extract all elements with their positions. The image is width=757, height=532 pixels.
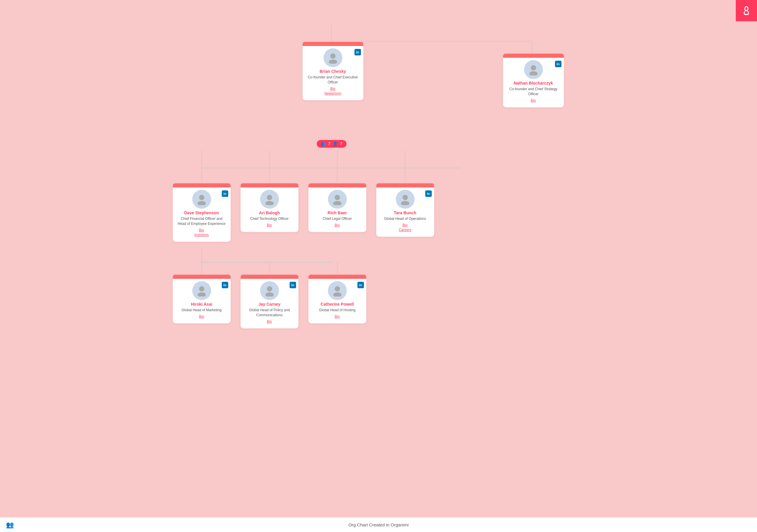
- tara-linkedin[interactable]: in: [425, 191, 432, 197]
- hiroki-avatar: [192, 281, 211, 300]
- tara-name: Tara Bunch: [380, 210, 430, 215]
- cso-top-bar: [503, 54, 564, 58]
- hiroki-card: in Hiroki Asai Global Head of Marketing …: [172, 274, 231, 324]
- jay-name: Jay Carney: [245, 302, 294, 307]
- tara-avatar: [396, 190, 415, 209]
- svg-point-22: [335, 195, 340, 200]
- jay-title: Global Head of Policy and Communications: [245, 308, 294, 318]
- svg-point-28: [267, 286, 272, 291]
- tara-bio-link[interactable]: Bio: [380, 223, 430, 227]
- dave-investors-link[interactable]: Investors: [177, 233, 227, 237]
- svg-point-31: [333, 292, 342, 297]
- tara-card: in Tara Bunch Global Head of Operations …: [376, 183, 435, 237]
- group-count: 7: [328, 141, 331, 146]
- ceo-title: Co-founder and Chief Executive Officer: [307, 75, 359, 85]
- airbnb-logo: [736, 0, 757, 21]
- ari-bio-link[interactable]: Bio: [245, 223, 294, 227]
- ceo-name: Brian Chesky: [307, 69, 359, 74]
- ceo-bio-link[interactable]: Bio: [307, 87, 359, 91]
- ceo-newsroom-link[interactable]: Newsroom: [307, 91, 359, 96]
- bottom-bar-text: Org Chart Created in Organimi: [348, 522, 409, 527]
- svg-point-27: [197, 292, 206, 297]
- ceo-linkedin[interactable]: in: [354, 49, 361, 55]
- svg-point-21: [265, 201, 274, 205]
- airbnb-icon: [741, 5, 752, 16]
- dave-card: in Dave Stephenson Chief Financial Offic…: [172, 183, 231, 242]
- svg-point-14: [330, 53, 336, 59]
- ceo-avatar: [323, 48, 342, 67]
- card-top-bar: [303, 42, 363, 46]
- svg-point-24: [403, 195, 408, 200]
- jay-linkedin[interactable]: in: [289, 282, 296, 288]
- svg-point-16: [531, 65, 536, 71]
- svg-point-19: [197, 201, 206, 205]
- cso-linkedin[interactable]: in: [555, 61, 561, 67]
- hiroki-linkedin[interactable]: in: [222, 282, 228, 288]
- catherine-name: Catherine Powell: [313, 302, 362, 307]
- ari-name: Ari Balogh: [245, 210, 294, 215]
- rich-avatar: [328, 190, 347, 209]
- catherine-avatar: [328, 281, 347, 300]
- jay-top-bar: [241, 275, 298, 279]
- svg-point-30: [335, 286, 340, 291]
- tara-careers-link[interactable]: Careers: [380, 228, 430, 232]
- hiroki-title: Global Head of Marketing: [177, 308, 227, 313]
- individual-count: 7: [340, 141, 342, 146]
- dave-title: Chief Financial Officer and Head of Empl…: [177, 216, 227, 226]
- jay-bio-link[interactable]: Bio: [245, 319, 294, 324]
- rich-top-bar: [309, 183, 366, 188]
- ari-avatar: [260, 190, 279, 209]
- chart-container: in Brian Chesky Co-founder and Chief Exe…: [0, 0, 757, 310]
- cso-bio-link[interactable]: Bio: [507, 99, 560, 103]
- tara-top-bar: [376, 183, 434, 188]
- catherine-title: Global Head of Hosting: [313, 308, 362, 313]
- hiroki-name: Hiroki Asai: [177, 302, 227, 307]
- cso-avatar: [524, 60, 543, 79]
- bottom-bar: 👥 Org Chart Created in Organimi: [0, 517, 757, 532]
- ceo-card: in Brian Chesky Co-founder and Chief Exe…: [302, 41, 364, 101]
- svg-point-18: [199, 195, 204, 200]
- dave-avatar: [192, 190, 211, 209]
- catherine-top-bar: [309, 275, 366, 279]
- group-icon: 👥: [321, 141, 326, 146]
- svg-point-25: [401, 201, 409, 205]
- cso-title: Co-founder and Chief Strategy Officer: [507, 87, 560, 97]
- dave-top-bar: [173, 183, 230, 188]
- full-chart: in Brian Chesky Co-founder and Chief Exe…: [172, 24, 585, 289]
- ari-top-bar: [241, 183, 298, 188]
- catherine-card: in Catherine Powell Global Head of Hosti…: [308, 274, 367, 324]
- svg-point-17: [530, 71, 538, 75]
- svg-point-15: [329, 60, 337, 64]
- catherine-linkedin[interactable]: in: [357, 282, 364, 288]
- cso-card: in Nathan Blecharczyk Co-founder and Chi…: [502, 53, 564, 108]
- counter-badge: 👥 7 👤 7: [317, 140, 347, 148]
- jay-avatar: [260, 281, 279, 300]
- cso-name: Nathan Blecharczyk: [507, 81, 560, 85]
- svg-point-20: [267, 195, 272, 200]
- catherine-bio-link[interactable]: Bio: [313, 314, 362, 319]
- jay-card: in Jay Carney Global Head of Policy and …: [240, 274, 299, 329]
- tara-title: Global Head of Operations: [380, 216, 430, 222]
- organimi-logo-icon: 👥: [6, 521, 14, 529]
- svg-point-23: [333, 201, 342, 205]
- rich-title: Chief Legal Officer: [313, 216, 362, 222]
- rich-bio-link[interactable]: Bio: [313, 223, 362, 227]
- svg-point-29: [265, 292, 274, 297]
- rich-name: Rich Baer: [313, 210, 362, 215]
- person-icon: 👤: [333, 141, 338, 146]
- rich-card: Rich Baer Chief Legal Officer Bio: [308, 183, 367, 233]
- ari-card: Ari Balogh Chief Technology Officer Bio: [240, 183, 299, 233]
- dave-bio-link[interactable]: Bio: [177, 228, 227, 232]
- svg-point-26: [199, 286, 204, 291]
- hiroki-bio-link[interactable]: Bio: [177, 314, 227, 319]
- hiroki-top-bar: [173, 275, 230, 279]
- dave-linkedin[interactable]: in: [222, 191, 228, 197]
- dave-name: Dave Stephenson: [177, 210, 227, 215]
- ari-title: Chief Technology Officer: [245, 216, 294, 222]
